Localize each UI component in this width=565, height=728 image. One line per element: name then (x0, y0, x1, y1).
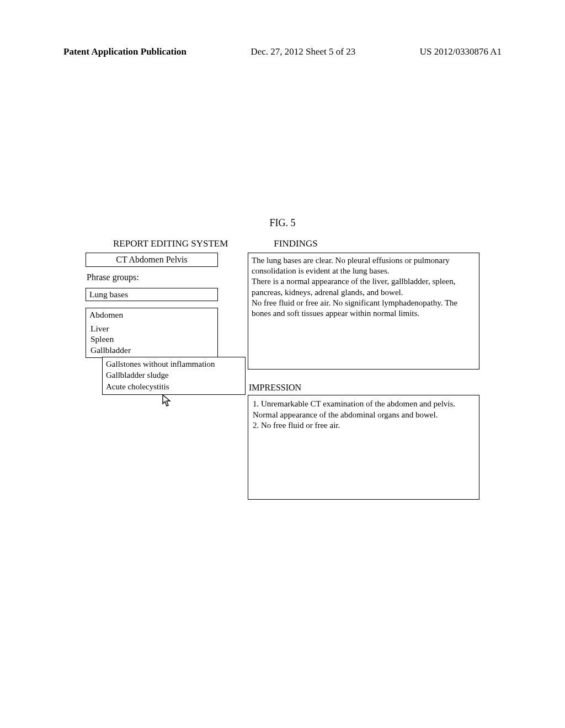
template-selector[interactable]: CT Abdomen Pelvis (86, 253, 218, 267)
findings-textbox[interactable]: The lung bases are clear. No pleural eff… (248, 253, 479, 370)
header-pubno: US 2012/0330876 A1 (420, 46, 502, 57)
mouse-cursor-icon (162, 394, 173, 407)
phrase-group-label: Lung bases (89, 290, 128, 299)
phrase-subitem-liver[interactable]: Liver (90, 323, 214, 334)
option-gallstones[interactable]: Gallstones without inflammation (106, 358, 242, 370)
impression-item: 2. No free fluid or free air. (253, 420, 475, 431)
header-date-sheet: Dec. 27, 2012 Sheet 5 of 23 (250, 46, 355, 57)
phrase-subitem-spleen[interactable]: Spleen (90, 334, 214, 344)
option-acute-cholecystitis[interactable]: Acute cholecystitis (106, 381, 242, 392)
phrase-group-label: Abdomen (89, 310, 214, 320)
section-title-findings: FINDINGS (274, 238, 317, 249)
gallbladder-options-popover: Gallstones without inflammation Gallblad… (102, 357, 246, 395)
phrase-groups-label: Phrase groups: (87, 272, 246, 282)
option-sludge[interactable]: Gallbladder sludge (106, 370, 242, 381)
findings-line: There is a normal appearance of the live… (252, 276, 476, 297)
figure-label: FIG. 5 (0, 217, 565, 229)
header-publication: Patent Application Publication (63, 46, 186, 57)
report-editing-panel: CT Abdomen Pelvis Phrase groups: Lung ba… (86, 253, 246, 410)
section-title-impression: IMPRESSION (249, 383, 479, 393)
section-title-report-editing: REPORT EDITING SYSTEM (113, 238, 228, 249)
findings-line: No free fluid or free air. No significan… (252, 298, 476, 319)
impression-item: 1. Unremarkable CT examination of the ab… (253, 399, 475, 420)
template-name: CT Abdomen Pelvis (116, 255, 188, 264)
phrase-subitem-gallbladder[interactable]: Gallbladder (90, 345, 214, 355)
phrase-group-lung-bases[interactable]: Lung bases (86, 288, 218, 301)
impression-textbox[interactable]: 1. Unremarkable CT examination of the ab… (248, 395, 479, 500)
phrase-group-abdomen[interactable]: Abdomen Liver Spleen Gallbladder (86, 308, 218, 358)
findings-line: The lung bases are clear. No pleural eff… (252, 255, 476, 276)
